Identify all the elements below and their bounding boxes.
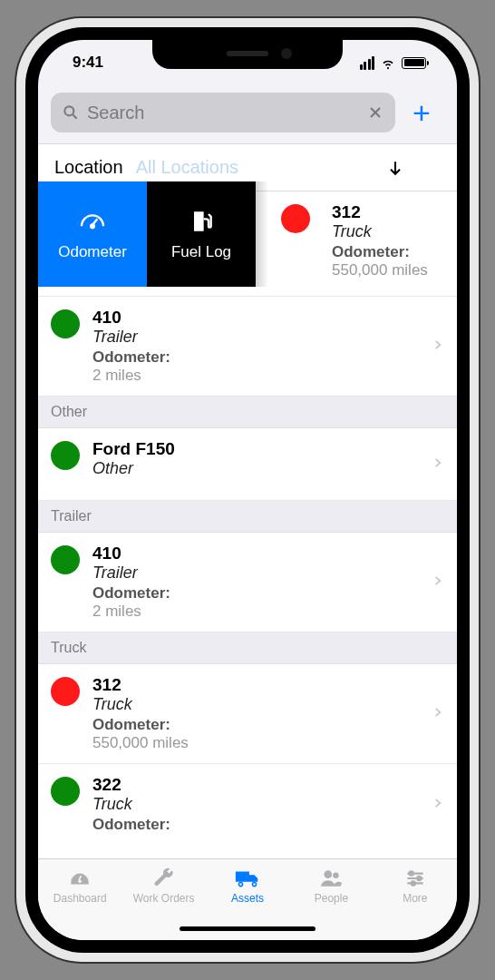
sort-button[interactable] xyxy=(386,159,441,177)
list-item[interactable]: 410 Trailer Odometer: 2 miles xyxy=(38,297,457,397)
svg-point-10 xyxy=(239,883,241,885)
svg-point-7 xyxy=(78,880,81,883)
status-dot xyxy=(51,545,80,574)
chevron-right-icon xyxy=(432,573,444,593)
list-item[interactable]: Ford F150 Other xyxy=(38,428,457,501)
asset-type: Trailer xyxy=(92,328,419,347)
fuel-log-action[interactable]: Fuel Log xyxy=(147,181,256,287)
section-header-other: Other xyxy=(38,397,457,428)
asset-type: Truck xyxy=(92,695,419,714)
tab-label: Work Orders xyxy=(133,892,195,905)
asset-name: 410 xyxy=(92,308,419,328)
asset-name: 312 xyxy=(92,675,419,695)
tab-dashboard[interactable]: Dashboard xyxy=(38,859,121,940)
sliders-icon xyxy=(402,867,429,890)
svg-point-6 xyxy=(91,224,94,228)
odo-label: Odometer: xyxy=(92,816,419,834)
status-dot xyxy=(281,204,310,233)
battery-icon xyxy=(402,57,426,69)
dashboard-icon xyxy=(66,867,93,890)
status-dot xyxy=(51,777,80,806)
odometer-action[interactable]: Odometer xyxy=(38,181,147,287)
search-icon xyxy=(62,103,80,122)
section-header-truck: Truck xyxy=(38,632,457,664)
filter-label: Location xyxy=(54,157,123,178)
wrench-icon xyxy=(150,867,178,890)
people-icon xyxy=(317,867,345,890)
odo-value: 2 miles xyxy=(92,603,419,621)
tab-more[interactable]: More xyxy=(374,859,457,940)
tab-label: More xyxy=(403,892,427,905)
odo-label: Odometer: xyxy=(92,584,419,603)
search-row: + xyxy=(38,85,457,144)
svg-point-14 xyxy=(334,873,340,879)
asset-list[interactable]: 312 Truck Odometer: 550,000 miles 410 Tr… xyxy=(38,191,457,858)
odo-label: Odometer: xyxy=(332,243,444,261)
home-indicator[interactable] xyxy=(180,926,315,931)
list-item[interactable]: 322 Truck Odometer: xyxy=(38,764,457,845)
tab-label: People xyxy=(315,892,348,905)
cellular-icon xyxy=(360,56,375,70)
fuel-label: Fuel Log xyxy=(171,243,231,261)
svg-point-13 xyxy=(325,870,333,878)
list-item[interactable]: 410 Trailer Odometer: 2 miles xyxy=(38,533,457,632)
odometer-icon xyxy=(78,207,107,236)
svg-point-20 xyxy=(411,881,414,885)
asset-type: Other xyxy=(92,459,419,478)
chevron-right-icon xyxy=(432,455,444,475)
swipe-actions: Odometer Fuel Log xyxy=(38,181,268,287)
odo-value: 2 miles xyxy=(92,367,419,385)
svg-point-18 xyxy=(409,871,412,875)
odo-label: Odometer: xyxy=(92,348,419,367)
search-box[interactable] xyxy=(51,93,395,132)
filter-value[interactable]: All Locations xyxy=(136,157,238,178)
list-item[interactable]: 312 Truck Odometer: 550,000 miles xyxy=(38,664,457,764)
tab-label: Assets xyxy=(231,892,264,905)
fuel-icon xyxy=(187,207,216,236)
asset-name: 322 xyxy=(92,775,419,795)
search-input[interactable] xyxy=(87,103,359,123)
truck-icon xyxy=(234,867,261,890)
asset-type: Truck xyxy=(332,222,444,241)
svg-line-1 xyxy=(73,115,77,119)
status-dot xyxy=(51,309,80,338)
odo-value: 550,000 miles xyxy=(332,261,444,279)
arrow-down-icon xyxy=(386,159,404,177)
chevron-right-icon xyxy=(432,795,444,815)
plus-icon: + xyxy=(412,95,431,131)
odo-label: Odometer: xyxy=(92,716,419,734)
asset-name: 312 xyxy=(332,202,444,222)
status-dot xyxy=(51,441,80,470)
asset-name: 410 xyxy=(92,544,419,564)
chevron-right-icon xyxy=(432,704,444,724)
svg-point-0 xyxy=(64,106,73,115)
asset-type: Trailer xyxy=(92,564,419,583)
asset-name: Ford F150 xyxy=(92,439,419,459)
clear-icon[interactable] xyxy=(366,103,384,122)
tab-label: Dashboard xyxy=(53,892,107,905)
wifi-icon xyxy=(380,54,396,71)
status-dot xyxy=(51,677,80,706)
chevron-right-icon xyxy=(432,337,444,357)
status-time: 9:41 xyxy=(73,54,103,72)
svg-point-19 xyxy=(417,877,421,880)
section-header-trailer: Trailer xyxy=(38,501,457,533)
svg-point-12 xyxy=(253,883,255,885)
odometer-label: Odometer xyxy=(58,243,127,261)
status-icons xyxy=(360,54,427,71)
add-button[interactable]: + xyxy=(399,95,444,131)
asset-type: Truck xyxy=(92,795,419,814)
odo-value: 550,000 miles xyxy=(92,734,419,752)
